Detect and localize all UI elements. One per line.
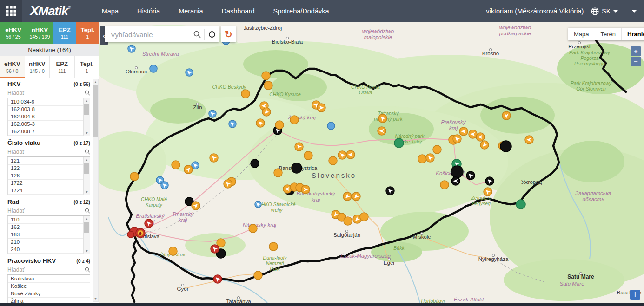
tab-ehkv[interactable]: eHKV 56 / 0 [0,56,25,78]
map-marker-y[interactable] [262,72,270,80]
tab-epz[interactable]: EPZ 111 [50,56,75,78]
map-marker-y[interactable] [192,202,200,210]
scroll-down-arrow-icon[interactable]: ▼ [84,130,90,136]
map-marker-y[interactable] [317,104,325,112]
badge-ehkv[interactable]: eHKV 56 / 25 [0,22,27,44]
map-marker-k[interactable] [500,141,511,152]
list-scrollbar[interactable]: ▲ ▼ [83,216,90,254]
map-marker-y[interactable] [360,213,368,221]
map-marker-k[interactable] [466,171,475,180]
map-marker-y[interactable] [329,156,337,165]
map-marker-y[interactable] [275,121,284,129]
user-name[interactable]: viktoriam (Mészárosová Viktória) [486,7,584,15]
scroll-down-arrow-icon[interactable]: ▼ [93,296,98,301]
layer-button-mapa[interactable]: Mapa [568,28,595,40]
list-item[interactable]: 162.003-8 [8,106,84,113]
map-marker-y[interactable] [210,154,218,162]
list-item[interactable]: 240 [8,246,84,254]
locate-circle-button[interactable] [205,26,219,42]
list-item[interactable]: 162 [8,224,84,231]
map-marker-r[interactable] [211,245,219,253]
zoom-out-button[interactable]: − [631,57,641,66]
list-item[interactable]: 162.008-7 [8,128,84,136]
badge-tepl[interactable]: Tepl. 1 [76,22,99,44]
map-marker-r[interactable] [136,228,145,238]
map-marker-k[interactable] [251,159,259,168]
refresh-button[interactable]: ↻ [221,26,236,42]
nav-item-merania[interactable]: Merania [179,7,203,15]
scrollbar-thumb[interactable] [93,85,98,137]
map-marker-y[interactable] [344,217,352,225]
map-marker-b[interactable] [186,69,193,76]
list-item[interactable]: 163 [8,231,84,239]
list-scrollbar[interactable]: ▲ ▼ [83,157,90,195]
map-marker-b[interactable] [128,45,135,52]
map-marker-y[interactable] [274,169,282,177]
sidebar-scrollbar[interactable]: ▲ ▼ [93,79,99,302]
nav-item-mapa[interactable]: Mapa [102,7,119,15]
scroll-up-arrow-icon[interactable]: ▲ [84,98,90,104]
map-marker-y[interactable] [502,111,511,120]
scroll-up-arrow-icon[interactable]: ▲ [93,79,98,85]
map-marker-b[interactable] [327,122,335,130]
map-marker-y[interactable] [269,242,278,251]
map-marker-y[interactable] [172,161,180,169]
map-marker-y[interactable] [459,127,468,136]
scroll-down-arrow-icon[interactable]: ▼ [84,189,90,195]
app-grid-button[interactable] [0,0,22,22]
map-marker-k[interactable] [292,163,302,173]
map-marker-y[interactable] [433,145,441,154]
inactive-filter-button[interactable]: Neaktívne (164) [0,44,99,56]
list-item[interactable]: 210 [8,239,84,246]
map-marker-y[interactable] [130,172,139,181]
list-item[interactable]: 162.004-6 [8,113,84,121]
map-marker-y[interactable] [264,81,272,90]
map-marker-y[interactable] [352,192,360,201]
map-marker-b[interactable] [209,110,216,117]
list-item[interactable]: 1722 [8,180,84,187]
map-marker-y[interactable] [418,155,426,163]
map-marker-k[interactable] [451,177,460,185]
map-area[interactable]: Jastrzębie-ZdrójBielsko-Białawojewództwo… [99,22,644,303]
map-marker-r[interactable] [145,219,153,228]
map-marker-y[interactable] [256,119,265,127]
user-menu-caret-icon[interactable] [632,10,637,13]
list-item[interactable]: Žilina [8,298,90,303]
list-item[interactable]: Bratislava [8,275,90,283]
map-marker-b[interactable] [255,201,261,208]
map-marker-y[interactable] [169,247,177,255]
nav-item-spotreba-dodavka[interactable]: Spotreba/Dodávka [273,7,329,15]
map-marker-y[interactable] [525,136,533,144]
map-marker-y[interactable] [480,141,489,149]
map-marker-y[interactable] [346,150,355,159]
nav-item-historia[interactable]: História [137,7,160,15]
badge-epz[interactable]: EPZ 111 [53,22,76,44]
map-marker-y[interactable] [249,224,257,233]
map-marker-y[interactable] [304,151,312,160]
map-marker-y[interactable] [254,271,262,280]
scrollbar-thumb[interactable] [84,222,89,233]
scrollbar-thumb[interactable] [84,104,89,115]
map-marker-y[interactable] [295,143,303,151]
tab-tepl[interactable]: Tepl. 1 [75,56,100,78]
map-marker-y[interactable] [241,90,250,98]
map-marker-y[interactable] [301,185,310,194]
badge-nhkv[interactable]: nHKV 145 / 139 [27,22,53,44]
map-marker-y[interactable] [184,165,193,174]
scroll-down-arrow-icon[interactable]: ▼ [84,248,90,254]
list-item[interactable]: Košice [8,283,90,290]
map-marker-b[interactable] [229,120,236,128]
pracovisko-search-input[interactable] [7,267,85,273]
cislo-vlaku-search-input[interactable] [7,149,85,155]
map-marker-y[interactable] [378,127,386,135]
map-marker-g[interactable] [516,200,525,209]
list-item[interactable]: 126 [8,172,84,180]
list-item[interactable]: 122 [8,165,84,172]
zoom-in-button[interactable]: + [631,46,641,56]
rad-search-input[interactable] [7,208,85,214]
map-marker-y[interactable] [440,181,449,189]
list-item[interactable]: 1724 [8,187,84,195]
map-marker-y[interactable] [426,154,434,162]
layer-button-teren[interactable]: Terén [595,28,622,40]
scroll-up-arrow-icon[interactable]: ▲ [84,216,90,221]
